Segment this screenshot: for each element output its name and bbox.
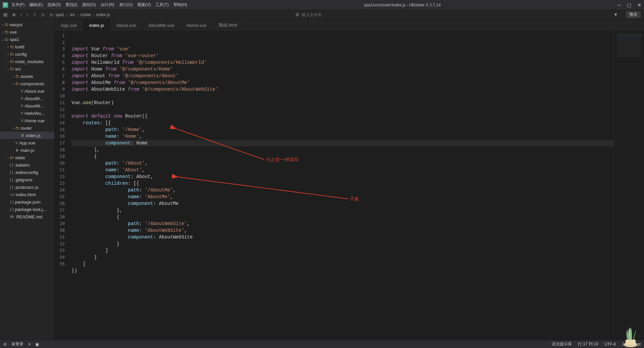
- code-content[interactable]: import Vue from 'vue' import Router from…: [71, 31, 614, 340]
- editor-body[interactable]: 1234567891011121314151617181920212223242…: [55, 31, 644, 340]
- main-area: ›🗀easyui ›🗀vue ⌄🗀spa1 ›🗀build ›🗀config ›…: [0, 19, 644, 340]
- tree-folder-config[interactable]: ›🗀config: [0, 50, 54, 58]
- tab-about-vue[interactable]: About.vue: [110, 19, 143, 31]
- toolbar: ▤ ⊕ ‹ › ☆ ▷ 🗀 spa1 › src › router › inde…: [0, 10, 644, 19]
- tab-route-html[interactable]: 路由.html: [213, 19, 243, 31]
- new-file-icon[interactable]: ⊕: [12, 12, 16, 17]
- tree-folder-assets[interactable]: ›🗀assets: [0, 73, 54, 80]
- tree-folder-static[interactable]: ›🗀static: [0, 154, 54, 161]
- login-status[interactable]: 未登录: [11, 341, 23, 347]
- tab-index-js[interactable]: index.js: [83, 19, 110, 31]
- menu-file[interactable]: 文件(F): [11, 2, 24, 8]
- tree-file-readme[interactable]: M↓README.md: [0, 213, 54, 220]
- breadcrumb-part[interactable]: spa1: [56, 12, 64, 17]
- tab-app-vue[interactable]: App.vue: [55, 19, 83, 31]
- tree-file-postcssrc[interactable]: [ ].postcssrc.js: [0, 183, 54, 191]
- tree-file-babelrc[interactable]: [ ].babelrc: [0, 161, 54, 169]
- tree-file-home-vue[interactable]: VHome.vue: [0, 117, 54, 124]
- status-encoding[interactable]: UTF-8: [604, 342, 616, 347]
- terminal-icon[interactable]: ▣: [35, 342, 39, 347]
- tree-folder-components[interactable]: ⌄🗀components: [0, 80, 54, 87]
- menu-help[interactable]: 帮助(H): [174, 2, 187, 8]
- list-icon[interactable]: ≡: [28, 342, 31, 347]
- user-icon[interactable]: ⊘: [3, 342, 7, 347]
- tab-aboutme-vue[interactable]: AboutMe.vue: [142, 19, 181, 31]
- file-search: 🗎: [295, 12, 349, 17]
- tree-file-about-vue[interactable]: VAbout.vue: [0, 87, 54, 95]
- breadcrumb-part[interactable]: router: [81, 12, 91, 17]
- line-number-gutter: 1234567891011121314151617181920212223242…: [55, 31, 67, 340]
- menu-run[interactable]: 运行(R): [101, 2, 114, 8]
- breadcrumb-part[interactable]: index.js: [96, 12, 110, 17]
- editor-region: App.vue index.js About.vue AboutMe.vue H…: [55, 19, 644, 340]
- minimize-icon[interactable]: ─: [617, 2, 621, 8]
- status-cursor[interactable]: 行:17 列:10: [578, 341, 598, 347]
- breadcrumb: 🗀 spa1 › src › router › index.js: [50, 12, 110, 17]
- tree-file-aboutwebsite-vue[interactable]: VAboutW...: [0, 102, 54, 110]
- title-bar: H 文件(F) 编辑(E) 选择(S) 查找(I) 跳转(G) 运行(R) 发行…: [0, 0, 644, 10]
- menu-view[interactable]: 视图(V): [137, 2, 151, 8]
- minimap-content: [617, 34, 641, 57]
- menu-tool[interactable]: 工具(T): [155, 2, 168, 8]
- menu-goto[interactable]: 跳转(G): [82, 2, 96, 8]
- minimap[interactable]: [614, 31, 644, 340]
- status-language[interactable]: JavaScript: [622, 342, 641, 347]
- menu-find[interactable]: 查找(I): [65, 2, 77, 8]
- breadcrumb-part[interactable]: src: [70, 12, 75, 17]
- tree-file-gitignore[interactable]: [ ].gitignore: [0, 176, 54, 183]
- menu-bar: 文件(F) 编辑(E) 选择(S) 查找(I) 跳转(G) 运行(R) 发行(U…: [11, 2, 187, 8]
- tree-file-package-json[interactable]: { }package.json: [0, 198, 54, 206]
- tree-folder-spa1[interactable]: ⌄🗀spa1: [0, 36, 54, 43]
- tree-folder-easyui[interactable]: ›🗀easyui: [0, 21, 54, 28]
- status-syntax[interactable]: 语法提示库: [552, 341, 572, 347]
- file-explorer[interactable]: ›🗀easyui ›🗀vue ⌄🗀spa1 ›🗀build ›🗀config ›…: [0, 19, 55, 340]
- run-icon[interactable]: ▷: [42, 12, 45, 17]
- menu-select[interactable]: 选择(S): [47, 2, 61, 8]
- filter-icon[interactable]: ▼: [613, 12, 618, 17]
- tree-file-app-vue[interactable]: VApp.vue: [0, 139, 54, 146]
- tree-file-editorconfig[interactable]: [ ].editorconfig: [0, 169, 54, 176]
- menu-publish[interactable]: 发行(U): [119, 2, 133, 8]
- tree-file-aboutme-vue[interactable]: VAboutM...: [0, 95, 54, 102]
- tree-folder-node-modules[interactable]: ›🗀node_modules: [0, 58, 54, 65]
- tree-folder-build[interactable]: ›🗀build: [0, 43, 54, 50]
- tree-folder-router[interactable]: ⌄🗀router: [0, 124, 54, 132]
- menu-edit[interactable]: 编辑(E): [29, 2, 43, 8]
- window-controls: ─ ▢ ✕: [617, 2, 641, 8]
- app-logo-icon: H: [3, 2, 8, 8]
- file-search-input[interactable]: [302, 12, 349, 17]
- nav-back-icon[interactable]: ‹: [20, 12, 22, 17]
- tree-folder-vue[interactable]: ›🗀vue: [0, 28, 54, 36]
- status-bar: ⊘ 未登录 ≡ ▣ 语法提示库 行:17 列:10 UTF-8 JavaScri…: [0, 340, 644, 348]
- tab-home-vue[interactable]: Home.vue: [181, 19, 213, 31]
- tabs-bar: App.vue index.js About.vue AboutMe.vue H…: [55, 19, 644, 31]
- tree-file-main-js[interactable]: 🗎main.js: [0, 146, 54, 154]
- tree-file-index-html[interactable]: <>index.html: [0, 191, 54, 198]
- tree-file-index-js[interactable]: 🗎index.js: [0, 132, 54, 139]
- fold-gutter: [67, 31, 71, 340]
- favorite-icon[interactable]: ☆: [33, 12, 37, 17]
- tree-folder-src[interactable]: ⌄🗀src: [0, 65, 54, 73]
- nav-forward-icon[interactable]: ›: [27, 12, 28, 17]
- window-title: spa1/src/router/index.js - HBuilder X 2.…: [187, 3, 617, 7]
- tree-file-helloworld-vue[interactable]: VHelloWo...: [0, 110, 54, 117]
- tree-file-package-lock[interactable]: { }package-lock.j...: [0, 206, 54, 213]
- close-icon[interactable]: ✕: [637, 2, 641, 8]
- preview-button[interactable]: 预览: [626, 11, 641, 18]
- maximize-icon[interactable]: ▢: [627, 2, 631, 8]
- tree-toggle-icon[interactable]: ▤: [3, 12, 7, 17]
- breadcrumb-root-icon: 🗀: [50, 12, 54, 17]
- new-file-small-icon[interactable]: 🗎: [295, 12, 300, 17]
